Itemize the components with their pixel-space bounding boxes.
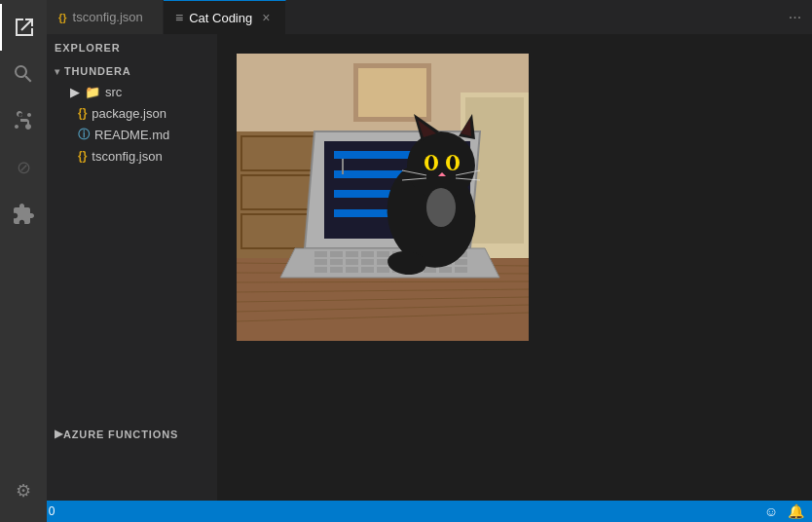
sidebar-item-tsconfig[interactable]: {} tsconfig.json [47, 145, 217, 167]
sidebar-item-readme[interactable]: ⓘ README.md [47, 124, 217, 145]
explorer-activity-icon[interactable] [0, 4, 47, 51]
readme-icon: ⓘ [78, 127, 90, 143]
package-json-icon: {} [78, 106, 87, 120]
thundera-section-header[interactable]: ▾ THUNDERA [47, 57, 217, 81]
tab-bar: {} tsconfig.json ≡ Cat Coding × ··· [47, 0, 812, 34]
src-arrow: ▶ [70, 85, 80, 99]
thundera-title: THUNDERA [64, 65, 131, 77]
bell-icon: 🔔 [788, 503, 804, 519]
tab-cat-label: Cat Coding [189, 11, 252, 25]
sidebar: EXPLORER ▾ THUNDERA ▶ 📁 src {} package.j… [47, 34, 217, 501]
status-bar: ⊘ 0 ⚠ 0 ☺ 🔔 [0, 501, 812, 522]
extensions-activity-icon[interactable] [0, 191, 47, 238]
azure-functions-header[interactable]: ▶ AZURE FUNCTIONS [47, 420, 217, 444]
status-smiley[interactable]: ☺ [764, 503, 778, 519]
sidebar-item-package-json[interactable]: {} package.json [47, 102, 217, 124]
tsconfig-icon: {} [78, 149, 87, 163]
activity-bottom: ⚙ [0, 467, 47, 522]
source-control-activity-icon[interactable] [0, 97, 47, 144]
main-content [217, 34, 812, 501]
thundera-arrow: ▾ [55, 66, 60, 77]
tsconfig-label: tsconfig.json [92, 149, 162, 164]
warning-count: 0 [49, 504, 55, 518]
cat-image [237, 54, 529, 341]
readme-label: README.md [94, 128, 169, 142]
azure-title: AZURE FUNCTIONS [63, 429, 178, 440]
explorer-section-header[interactable]: EXPLORER [47, 34, 217, 57]
smiley-icon: ☺ [764, 503, 778, 519]
azure-arrow: ▶ [55, 428, 63, 440]
image-container [217, 34, 812, 360]
no-icon[interactable]: ⊘ [0, 144, 47, 191]
src-label: src [105, 85, 122, 99]
tab-cat-icon: ≡ [175, 10, 183, 25]
tab-tsconfig[interactable]: {} tsconfig.json [47, 0, 164, 34]
status-bell[interactable]: 🔔 [788, 503, 804, 519]
tab-more-button[interactable]: ··· [778, 0, 812, 34]
tab-close-button[interactable]: × [258, 10, 274, 25]
search-activity-icon[interactable] [0, 51, 47, 97]
tab-tsconfig-icon: {} [58, 12, 67, 23]
settings-activity-icon[interactable]: ⚙ [0, 467, 47, 514]
status-right: ☺ 🔔 [764, 503, 804, 519]
tab-tsconfig-label: tsconfig.json [73, 10, 143, 24]
package-json-label: package.json [92, 106, 166, 121]
tab-cat-coding[interactable]: ≡ Cat Coding × [164, 0, 286, 34]
folder-icon: 📁 [85, 85, 100, 99]
sidebar-item-src[interactable]: ▶ 📁 src [47, 81, 217, 102]
activity-bar: ⊘ ⚙ [0, 0, 47, 522]
explorer-title: EXPLORER [55, 42, 121, 54]
